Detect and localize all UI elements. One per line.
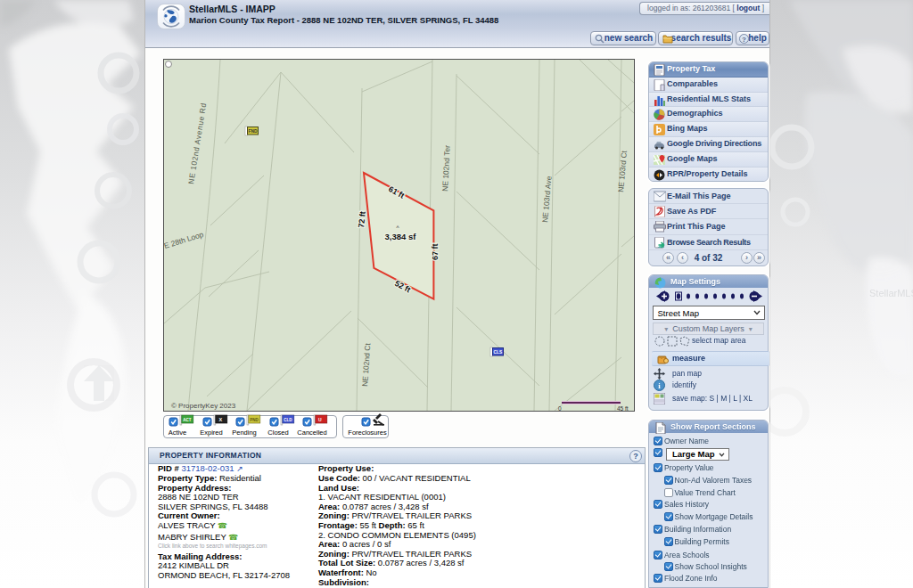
svg-text:^: ^ [396,225,399,230]
svg-text:FND: FND [249,129,258,134]
svg-text:© PropertyKey 2023: © PropertyKey 2023 [171,402,236,410]
svg-text:3,384 sf: 3,384 sf [385,232,417,241]
svg-text:67 ft: 67 ft [431,243,440,260]
svg-text:StellarMLS: StellarMLS [869,288,913,298]
svg-text:45 ft: 45 ft [617,405,629,411]
svg-text:CLS: CLS [494,350,503,355]
svg-text:72 ft: 72 ft [357,211,367,228]
svg-text:?: ? [742,36,746,44]
svg-text:0: 0 [558,405,562,411]
